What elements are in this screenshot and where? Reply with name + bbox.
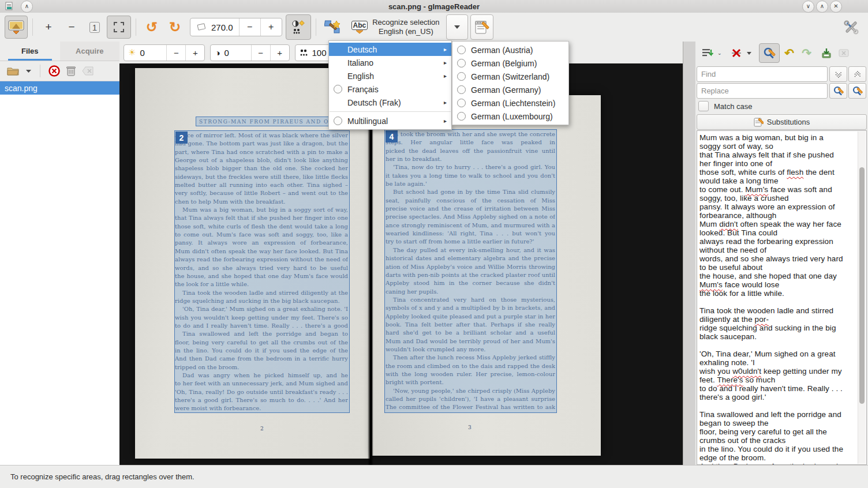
- language-submenu-item[interactable]: German (Germany): [452, 83, 568, 96]
- output-text-area[interactable]: Mum was a big woman, but big in asoggy s…: [697, 130, 867, 465]
- radio-icon: [457, 85, 466, 94]
- output-line: to do and I really haven't time. Really …: [699, 384, 857, 393]
- sources-panel: FilesAcquire scan.png: [0, 42, 120, 465]
- resolution-icon: [295, 48, 312, 57]
- rotation-spinbox[interactable]: 270.0 − +: [190, 18, 282, 36]
- output-line: [699, 341, 857, 350]
- output-line: [699, 401, 857, 410]
- clear-output-button[interactable]: [836, 46, 851, 61]
- output-line: pansy. It always wore an expression of: [699, 202, 857, 211]
- find-prev-button[interactable]: [848, 66, 866, 82]
- tab[interactable]: Files: [0, 42, 60, 61]
- output-text[interactable]: Mum was a big woman, but big in asoggy s…: [699, 133, 857, 465]
- contrast-spinbox[interactable]: ◑ 0 − +: [210, 44, 289, 61]
- find-input[interactable]: [697, 66, 828, 82]
- ocr-mode-button[interactable]: [470, 14, 493, 40]
- window-minimize-button[interactable]: ∨: [802, 1, 814, 13]
- selection-box-4[interactable]: 4: [384, 129, 557, 413]
- redo-button[interactable]: ↷: [799, 46, 814, 61]
- language-menu-item[interactable]: Deutsch ▸: [329, 43, 451, 56]
- output-line: edge of the broom.: [699, 453, 857, 462]
- substitutions-button[interactable]: Substitutions: [697, 114, 867, 130]
- radio-icon: [334, 117, 342, 125]
- settings-tools-icon[interactable]: [843, 18, 860, 36]
- output-line: soggy, too, like a crushed: [699, 194, 857, 202]
- output-scrollbar-handle[interactable]: [859, 167, 865, 404]
- zoom-fit-button[interactable]: [107, 16, 131, 39]
- selection-box-2[interactable]: 2: [174, 130, 350, 413]
- files-toolbar: [0, 61, 119, 81]
- zoom-fit-icon: [113, 21, 125, 33]
- rotation-increment-button[interactable]: +: [260, 18, 282, 36]
- language-submenu-item[interactable]: German (Belgium): [452, 57, 568, 70]
- match-case-checkbox[interactable]: [698, 101, 709, 111]
- add-images-button[interactable]: [7, 66, 20, 76]
- recognize-language-dropdown-button[interactable]: [446, 14, 468, 40]
- contrast-increment-button[interactable]: +: [270, 45, 289, 61]
- show-controls-toggle-button[interactable]: [5, 16, 28, 39]
- window-maximize-button[interactable]: ∧: [816, 1, 828, 13]
- language-menu-item[interactable]: Deutsch (Frak) ▸: [329, 96, 451, 109]
- undo-button[interactable]: ↶: [782, 46, 797, 61]
- selection-badge-4: 4: [386, 130, 398, 142]
- panel-splitter[interactable]: [683, 42, 696, 465]
- tab[interactable]: Acquire: [60, 42, 120, 61]
- language-menu-item[interactable]: Français ▸: [329, 82, 451, 96]
- output-line: feet. There's so much: [699, 376, 857, 384]
- find-next-button[interactable]: [829, 66, 847, 82]
- brightness-value[interactable]: 0: [140, 48, 166, 58]
- recognize-label: Recognize selection: [372, 18, 439, 27]
- submenu-arrow-icon: ▸: [444, 59, 447, 66]
- zoom-original-button[interactable]: 1: [84, 16, 106, 39]
- contrast-decrement-button[interactable]: −: [251, 45, 270, 61]
- insert-mode-dropdown-arrow[interactable]: ⌄: [717, 50, 722, 56]
- brightness-decrement-button[interactable]: −: [166, 45, 185, 61]
- find-replace-toggle-button[interactable]: [759, 43, 780, 63]
- language-menu-item[interactable]: Multilingual ▸: [329, 114, 451, 127]
- output-line: Tina swallowed and left the porridge and: [699, 410, 857, 419]
- delete-image-button[interactable]: [66, 65, 76, 77]
- output-line: [699, 298, 857, 306]
- image-controls-toggle-button[interactable]: [286, 14, 311, 40]
- language-submenu-item[interactable]: German (Liechtenstein): [452, 96, 568, 110]
- zoom-in-button[interactable]: +: [38, 16, 59, 39]
- window-close-button[interactable]: ✕: [830, 1, 842, 13]
- app-icon: [5, 2, 14, 11]
- output-line: the look for a little while.: [699, 289, 857, 298]
- language-submenu-item[interactable]: German (Austria): [452, 43, 568, 57]
- language-menu-item[interactable]: Italiano ▸: [329, 56, 451, 69]
- strip-linebreaks-dropdown-arrow[interactable]: [746, 51, 752, 55]
- output-scrollbar[interactable]: [858, 132, 866, 464]
- rotation-decrement-button[interactable]: −: [239, 18, 260, 36]
- rotate-left-button[interactable]: ↺: [141, 16, 163, 39]
- menu-separator: [330, 111, 451, 112]
- add-images-dropdown-arrow[interactable]: [25, 69, 32, 73]
- output-line: 'Oh, Tina dear,' Mum sighed on a great: [699, 350, 857, 358]
- autodetect-layout-button[interactable]: [321, 16, 345, 39]
- output-line: to come out. Mum's face was soft and: [699, 185, 857, 194]
- title-bar: scan.png - gImageReader ∧ ∨ ∧ ✕: [0, 0, 868, 13]
- replace-input[interactable]: [697, 83, 828, 99]
- strip-linebreaks-button[interactable]: [729, 46, 744, 61]
- language-submenu-item[interactable]: German (Switzerland): [452, 70, 568, 83]
- remove-image-button[interactable]: [48, 65, 60, 77]
- insert-mode-button[interactable]: [700, 46, 715, 61]
- replace-button[interactable]: [829, 83, 847, 99]
- brightness-spinbox[interactable]: ☀ 0 − +: [124, 44, 205, 61]
- recognize-button[interactable]: Abc Recognize selection English (en_US): [346, 14, 446, 40]
- file-list-item[interactable]: scan.png: [0, 81, 119, 95]
- output-line: exhaling note. 'I: [699, 358, 857, 367]
- zoom-out-button[interactable]: −: [61, 16, 83, 39]
- rotate-right-button[interactable]: ↻: [164, 16, 186, 39]
- window-shade-button[interactable]: ∧: [21, 1, 33, 13]
- match-case-label: Match case: [714, 102, 752, 111]
- clear-files-button[interactable]: [82, 66, 93, 76]
- contrast-value[interactable]: 0: [225, 48, 251, 58]
- language-submenu-item[interactable]: German (Luxembourg): [452, 110, 568, 123]
- language-menu: Deutsch ▸ Italiano ▸ English ▸ Français …: [328, 40, 452, 130]
- rotation-value[interactable]: 270.0: [211, 22, 233, 32]
- replace-all-button[interactable]: [848, 83, 866, 99]
- save-output-button[interactable]: [819, 46, 834, 61]
- brightness-increment-button[interactable]: +: [185, 45, 204, 61]
- language-menu-item[interactable]: English ▸: [329, 69, 451, 82]
